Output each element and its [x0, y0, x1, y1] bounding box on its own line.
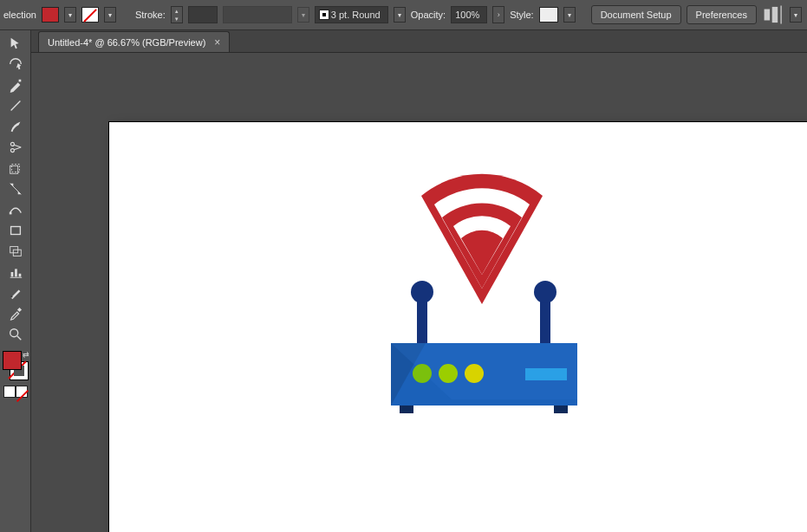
opacity-popup-icon[interactable]: ›: [492, 6, 504, 23]
artboard[interactable]: [109, 122, 807, 532]
active-tool-label: election: [3, 10, 36, 20]
brush-definition-field[interactable]: 3 pt. Round: [315, 6, 388, 23]
brush-definition-label: 3 pt. Round: [331, 10, 381, 20]
svg-point-29: [439, 364, 458, 383]
svg-rect-15: [18, 274, 21, 277]
document-tab-strip: Untitled-4* @ 66.67% (RGB/Preview) ×: [31, 30, 807, 53]
brush-icon: [319, 10, 329, 20]
svg-rect-32: [400, 405, 413, 413]
svg-rect-31: [525, 368, 567, 380]
document-setup-label: Document Setup: [601, 10, 672, 20]
svg-rect-9: [9, 212, 11, 215]
tools-panel: ⇄: [0, 30, 31, 532]
direct-selection-tool-icon[interactable]: [3, 55, 28, 74]
artwork-router[interactable]: [374, 157, 590, 446]
svg-rect-1: [772, 7, 778, 23]
svg-point-19: [10, 329, 17, 337]
stroke-weight-field[interactable]: [188, 6, 218, 23]
free-transform-tool-icon[interactable]: [3, 200, 28, 219]
stroke-label: Stroke:: [135, 10, 166, 20]
color-mode-row: [3, 386, 28, 398]
align-panel-icon[interactable]: [762, 6, 784, 23]
document-tab-title: Untitled-4* @ 66.67% (RGB/Preview): [48, 37, 205, 48]
router-antenna-left-icon: [411, 281, 433, 347]
graphic-style-swatch[interactable]: [539, 7, 558, 23]
selection-tool-icon[interactable]: [3, 34, 28, 53]
svg-point-30: [465, 364, 484, 383]
svg-rect-33: [554, 405, 568, 413]
svg-point-5: [10, 142, 14, 146]
preferences-button[interactable]: Preferences: [687, 5, 757, 24]
canvas-area[interactable]: [31, 53, 807, 532]
zoom-tool-icon[interactable]: [3, 325, 28, 344]
width-tool-icon[interactable]: [3, 179, 28, 198]
svg-line-4: [10, 101, 20, 111]
color-mode-icon[interactable]: [3, 386, 16, 398]
align-dropdown-icon[interactable]: ▾: [790, 7, 802, 23]
svg-line-20: [16, 336, 21, 341]
svg-point-28: [413, 364, 432, 383]
svg-rect-18: [16, 308, 21, 312]
pen-tool-icon[interactable]: [3, 75, 28, 94]
document-tab[interactable]: Untitled-4* @ 66.67% (RGB/Preview) ×: [38, 31, 230, 52]
fill-dropdown-icon[interactable]: ▾: [64, 7, 76, 23]
close-tab-icon[interactable]: ×: [214, 36, 220, 49]
fill-indicator-icon[interactable]: [3, 351, 22, 370]
style-dropdown-icon[interactable]: ▾: [563, 7, 576, 23]
stroke-weight-stepper[interactable]: ▲▼: [171, 6, 183, 23]
opacity-field[interactable]: 100%: [451, 6, 487, 23]
style-label: Style:: [510, 10, 534, 20]
svg-rect-14: [15, 269, 17, 276]
opacity-value: 100%: [455, 10, 479, 20]
rotate-tool-icon[interactable]: [3, 159, 28, 178]
wifi-signal-icon: [421, 174, 543, 304]
options-bar: election ▾ ▾ Stroke: ▲▼ ▾ 3 pt. Round ▾ …: [0, 0, 807, 30]
svg-point-17: [10, 295, 12, 297]
rectangle-tool-icon[interactable]: [3, 221, 28, 240]
svg-point-22: [411, 281, 433, 303]
svg-rect-3: [18, 80, 21, 82]
svg-point-6: [10, 149, 14, 152]
svg-rect-13: [10, 272, 13, 276]
swap-fill-stroke-icon[interactable]: ⇄: [23, 350, 29, 359]
variable-width-profile[interactable]: [223, 6, 292, 23]
preferences-label: Preferences: [696, 10, 747, 20]
slice-tool-icon[interactable]: [3, 283, 28, 302]
router-antenna-right-icon: [534, 281, 556, 347]
svg-point-24: [534, 281, 556, 303]
stroke-dropdown-icon[interactable]: ▾: [104, 7, 116, 23]
none-mode-icon[interactable]: [16, 386, 28, 398]
scissors-tool-icon[interactable]: [3, 138, 28, 157]
svg-rect-10: [10, 227, 20, 235]
stroke-swatch[interactable]: [81, 7, 99, 23]
document-setup-button[interactable]: Document Setup: [591, 5, 681, 24]
fill-swatch[interactable]: [42, 7, 59, 23]
opacity-label: Opacity:: [411, 10, 446, 20]
svg-rect-0: [765, 10, 771, 21]
brush-dropdown-icon[interactable]: ▾: [394, 7, 406, 23]
artboard-tool-icon[interactable]: [3, 242, 28, 261]
column-graph-tool-icon[interactable]: [3, 263, 28, 282]
brush-tool-icon[interactable]: [3, 117, 28, 136]
router-body-icon: [391, 343, 577, 413]
fill-stroke-indicator[interactable]: ⇄: [3, 351, 29, 380]
eyedropper-tool-icon[interactable]: [3, 304, 28, 323]
variable-width-dropdown-icon[interactable]: ▾: [297, 7, 309, 23]
line-tool-icon[interactable]: [3, 96, 28, 115]
